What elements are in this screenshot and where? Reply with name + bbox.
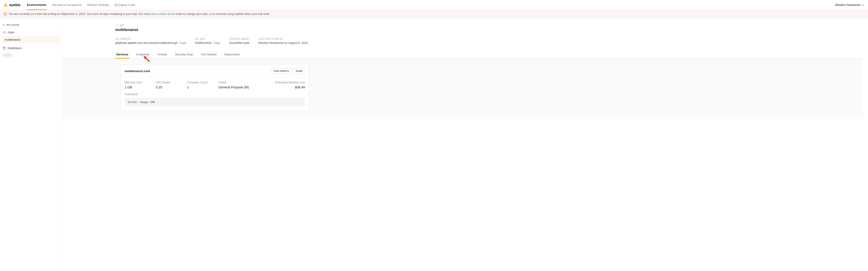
tab-endpoints[interactable]: Endpoints [135,51,151,58]
copy-git-ref[interactable]: Copy [213,41,220,44]
tabs: Services Endpoints Activity Security Sca… [63,51,863,59]
sidebar-section-databases[interactable]: Databases [0,43,63,52]
copy-git-remote[interactable]: Copy [179,41,186,44]
stat-cost: Estimated Monthly Cost $58.48 [275,81,305,89]
code-icon [115,24,118,27]
sidebar-section-apps[interactable]: Apps [0,28,63,36]
aptible-logo-icon [4,3,8,7]
command-value: Docker Image CMD [125,98,305,107]
code-icon [3,31,6,34]
sidebar-blurred-item [3,53,12,57]
alert-icon [4,12,7,16]
user-name: Wisdom Nwokocha [835,3,860,6]
database-icon [3,47,6,50]
nav-security-compliance[interactable]: Security & Compliance [52,0,82,10]
page-title: multitenanst [115,28,863,32]
sidebar-back-label: env-prodz [6,23,20,26]
tab-activity[interactable]: Activity [157,51,168,58]
brand-logo[interactable]: Aptible [4,3,21,7]
services-pane: multitenanst:cmd View Metrics Scale Memo… [63,59,863,117]
stat-container-count: Container Count 1 [187,81,208,89]
chevron-down-icon [862,4,864,6]
view-metrics-button[interactable]: View Metrics [271,68,291,74]
trial-banner: You are currently on a free trial ending… [0,10,868,18]
meta-git-ref: GIT REF 543682a43d Copy [195,37,220,44]
chevron-left-icon [3,24,5,26]
sidebar-back[interactable]: env-prodz [0,22,63,28]
tab-get-started[interactable]: Get Started [200,51,217,58]
stat-profile: Profile General Purpose (M) [218,81,249,89]
meta-docker-image: DOCKER IMAGE Dockerfile build [229,37,249,44]
meta-git-remote: GIT REMOTE git@beta.aptible.com:env-prod… [115,37,186,44]
service-title: multitenanst:cmd [125,69,150,73]
meta-row: GIT REMOTE git@beta.aptible.com:env-prod… [115,37,863,44]
tab-services[interactable]: Services [115,51,129,58]
command-label: Command [125,93,305,96]
breadcrumb: APP [115,24,863,27]
top-nav: Aptible Environments Security & Complian… [0,0,868,10]
nav-links: Environments Security & Compliance Wisdo… [27,0,135,10]
nav-deploy-code[interactable]: Deploy Code [115,0,135,10]
nav-environments[interactable]: Environments [27,0,46,10]
brand-name: Aptible [9,3,21,7]
stat-memory-limit: Memory Limit 1 GB [125,81,145,89]
svg-point-4 [3,47,5,48]
svg-point-2 [5,13,5,13]
content: APP multitenanst GIT REMOTE git@beta.apt… [63,18,868,271]
nav-wisdom-settings[interactable]: Wisdom Settings [87,0,109,10]
tab-deprovision[interactable]: Deprovision [223,51,241,58]
sidebar-item-multitenanst[interactable]: multitenanst [2,36,61,43]
sidebar: env-prodz Apps multitenanst Databases [0,18,63,271]
add-credit-card-link[interactable]: add a credit card [151,12,172,16]
tab-security-scan[interactable]: Security Scan [174,51,194,58]
user-menu[interactable]: Wisdom Nwokocha [835,3,864,6]
service-card: multitenanst:cmd View Metrics Scale Memo… [121,65,309,111]
plus-circle-icon [115,4,117,6]
scale-button[interactable]: Scale [293,68,305,74]
stat-cpu-share: CPU Share 0.25 [156,81,176,89]
banner-text: You are currently on a free trial ending… [8,12,270,16]
meta-last-deployed: LAST DEPLOYED BY Wisdom Nwokocha on Augu… [258,37,308,44]
